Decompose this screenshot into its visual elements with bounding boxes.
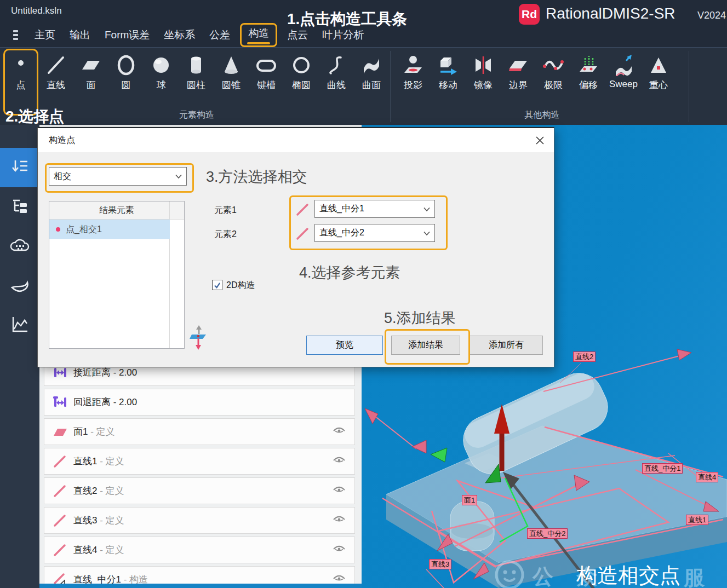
ribbon-item-label: 镜像: [474, 79, 493, 91]
result-row-selected[interactable]: 点_相交1: [49, 220, 170, 239]
feature-row[interactable]: 直线2 - 定义: [44, 477, 355, 504]
ribbon-item-label: 极限: [544, 79, 563, 91]
ribbon-item-label: 重心: [649, 79, 668, 91]
ribbon-item-boundary[interactable]: 边界: [501, 48, 536, 91]
eye-icon[interactable]: [333, 515, 346, 526]
ribbon-item-line[interactable]: 直线: [38, 48, 73, 91]
menu-item-8[interactable]: 叶片分析: [322, 28, 364, 42]
menu-item-3[interactable]: Form误差: [105, 28, 150, 42]
retract-distance-icon: [51, 396, 69, 409]
2d-construct-label: 2D构造: [226, 280, 255, 291]
ribbon-item-label: 边界: [509, 79, 528, 91]
ribbon-item-label: 球: [157, 79, 166, 91]
ribbon-item-surface[interactable]: 曲面: [354, 48, 389, 91]
point-cloud-icon: [9, 236, 30, 257]
ribbon-item-offset[interactable]: 偏移: [571, 48, 606, 91]
ribbon-item-label: 圆柱: [187, 79, 205, 91]
method-dropdown[interactable]: 相交: [49, 167, 187, 186]
feature-row[interactable]: 面1 - 定义: [44, 418, 355, 445]
ribbon-item-slot[interactable]: 键槽: [249, 48, 284, 91]
offset-icon: [576, 52, 600, 78]
sidebar-item-tree[interactable]: [0, 187, 39, 227]
left-sidebar: [0, 125, 39, 588]
sidebar-item-report-chart[interactable]: [0, 305, 39, 345]
cylinder-icon: [184, 52, 208, 78]
blade-icon: [9, 275, 30, 296]
ribbon-item-curve[interactable]: 曲线: [319, 48, 354, 91]
element1-dropdown[interactable]: 直线_中分1: [314, 200, 435, 218]
eye-icon[interactable]: [333, 426, 346, 437]
feature-name: 接近距离 - 2.00: [73, 366, 137, 379]
ribbon-item-label: 曲线: [327, 79, 346, 91]
cone-icon: [219, 52, 243, 78]
line-feature-icon: [51, 514, 69, 527]
ribbon-item-cylinder[interactable]: 圆柱: [179, 48, 214, 91]
chevron-down-icon: [175, 171, 182, 181]
sidebar-item-sequence-list[interactable]: [0, 148, 39, 187]
ribbon-item-point[interactable]: 点: [3, 48, 38, 91]
eye-icon[interactable]: [333, 456, 346, 466]
move-icon: [436, 52, 460, 78]
menu-item-1[interactable]: 主页: [35, 28, 55, 42]
result-table: 结果元素 点_相交1: [49, 201, 185, 349]
ribbon-item-label: 点: [16, 79, 26, 91]
eye-icon[interactable]: [333, 486, 346, 496]
feature-row[interactable]: 直线3 - 定义: [44, 507, 355, 534]
slot-icon: [254, 52, 278, 78]
hamburger-menu-icon[interactable]: [13, 30, 18, 40]
element2-dropdown[interactable]: 直线_中分2: [314, 224, 435, 242]
ribbon-toolbar: 点直线面圆球圆柱圆锥键槽椭圆曲线曲面 元素构造 投影移动镜像边界极限偏移Swee…: [0, 47, 727, 125]
sidebar-item-blade[interactable]: [0, 266, 39, 305]
close-icon[interactable]: [532, 132, 547, 148]
feature-label-tag: 直线4: [696, 472, 718, 482]
feature-label-tag: 直线2: [573, 351, 596, 362]
menu-item-6[interactable]: 构造: [240, 23, 277, 47]
eye-icon[interactable]: [333, 545, 346, 555]
surface-icon: [359, 52, 383, 78]
ribbon-item-sweep[interactable]: Sweep: [606, 48, 641, 91]
feature-label-tag: 直线_中分2: [527, 528, 568, 539]
point-icon: [9, 52, 33, 78]
result-row-name: 点_相交1: [66, 224, 102, 235]
preview-button[interactable]: 预览: [306, 336, 383, 355]
ribbon-separator: [689, 51, 689, 122]
tutorial-step3-annotation: 3.方法选择相交: [206, 167, 307, 187]
sequence-list-icon: [10, 157, 30, 178]
dialog-titlebar[interactable]: 构造点: [38, 128, 554, 152]
ribbon-group-label: 其他构造: [396, 109, 689, 121]
sidebar-item-point-cloud[interactable]: [0, 227, 39, 266]
line-feature-icon: [51, 455, 69, 468]
add-all-button[interactable]: 添加所有: [470, 336, 543, 355]
feature-row[interactable]: 直线1 - 定义: [44, 448, 355, 475]
projection-direction-icon[interactable]: [189, 325, 209, 350]
ribbon-item-project[interactable]: 投影: [396, 48, 431, 91]
menu-item-4[interactable]: 坐标系: [164, 28, 195, 42]
project-icon: [401, 52, 425, 78]
2d-construct-checkbox[interactable]: [212, 280, 222, 290]
ribbon-item-centroid[interactable]: 重心: [641, 48, 676, 91]
feature-name: 回退距离 - 2.00: [73, 396, 137, 408]
ribbon-item-ellipse[interactable]: 椭圆: [284, 48, 319, 91]
element1-value: 直线_中分1: [319, 203, 364, 215]
feature-row[interactable]: 回退距离 - 2.00: [44, 389, 355, 416]
ribbon-item-limit[interactable]: 极限: [536, 48, 571, 91]
ribbon-item-mirror[interactable]: 镜像: [466, 48, 501, 91]
menu-item-2[interactable]: 输出: [70, 28, 90, 42]
feature-status: - 定义: [97, 515, 124, 526]
check-icon: [214, 281, 221, 289]
titlebar: Untitled.ksln 主页输出Form误差坐标系公差构造点云叶片分析 Rd…: [0, 0, 727, 47]
add-result-button[interactable]: 添加结果: [391, 336, 460, 355]
feature-label-tag: 直线3: [429, 559, 451, 569]
ribbon-item-cone[interactable]: 圆锥: [214, 48, 249, 91]
ribbon-item-move[interactable]: 移动: [431, 48, 466, 91]
line-feature-icon: [51, 544, 69, 557]
feature-row[interactable]: 直线4 - 定义: [44, 537, 355, 563]
menu-item-7[interactable]: 点云: [287, 28, 308, 42]
ribbon-item-circle[interactable]: 圆: [108, 48, 144, 91]
report-chart-icon: [10, 315, 30, 336]
feature-label-tag: 直线_中分1: [642, 463, 683, 474]
ribbon-item-plane[interactable]: 面: [73, 48, 108, 91]
ribbon-item-sphere[interactable]: 球: [144, 48, 179, 91]
menu-item-5[interactable]: 公差: [209, 28, 230, 42]
ribbon-item-label: 直线: [47, 79, 65, 91]
